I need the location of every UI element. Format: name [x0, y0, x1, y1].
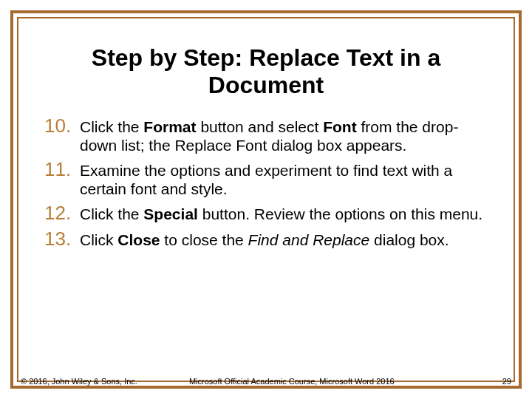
step-number: 11. — [44, 159, 80, 180]
step-number: 13. — [44, 228, 80, 250]
list-item: 13. Click Close to close the Find and Re… — [44, 228, 488, 250]
slide-footer: © 2016, John Wiley & Sons, Inc. Microsof… — [10, 377, 522, 386]
slide-content: Step by Step: Replace Text in a Document… — [44, 44, 488, 254]
step-number: 10. — [44, 115, 80, 137]
step-text: Click the Format button and select Font … — [80, 115, 488, 154]
step-text: Click the Special button. Review the opt… — [80, 202, 482, 223]
footer-copyright: © 2016, John Wiley & Sons, Inc. — [21, 377, 137, 386]
step-text: Examine the options and experiment to fi… — [80, 159, 488, 198]
step-list: 10. Click the Format button and select F… — [44, 115, 488, 250]
list-item: 12. Click the Special button. Review the… — [44, 202, 488, 224]
list-item: 11. Examine the options and experiment t… — [44, 159, 488, 198]
footer-page-number: 29 — [502, 377, 511, 386]
list-item: 10. Click the Format button and select F… — [44, 115, 488, 154]
step-text: Click Close to close the Find and Replac… — [80, 228, 449, 249]
footer-course: Microsoft Official Academic Course, Micr… — [189, 377, 502, 386]
slide-title: Step by Step: Replace Text in a Document — [44, 44, 488, 99]
step-number: 12. — [44, 202, 80, 224]
